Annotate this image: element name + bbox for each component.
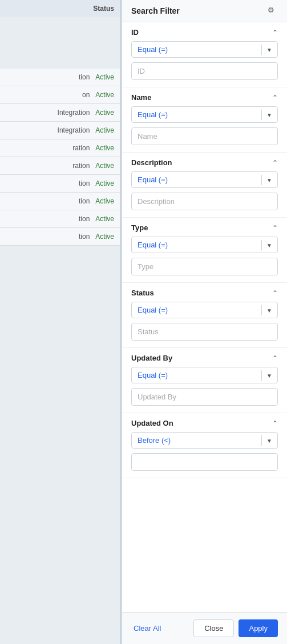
operator-select-id[interactable]: Equal (=) [131, 41, 278, 58]
row-name: tion [79, 215, 90, 223]
table-header-row: Status [0, 0, 120, 17]
row-status: Active [95, 109, 114, 117]
row-status: Active [95, 73, 114, 81]
row-name: tion [79, 179, 90, 187]
table-row: tionActive [0, 210, 120, 228]
filter-section-type: Type ⌃ Equal (=) ▼ [122, 218, 287, 283]
gear-icon[interactable]: ⚙ [268, 6, 278, 16]
filter-title: Search Filter [131, 6, 180, 15]
section-label-updated_on: Updated On [131, 419, 173, 427]
filter-section-status: Status ⌃ Equal (=) ▼ [122, 283, 287, 348]
row-name: tion [79, 197, 90, 205]
filter-input-description[interactable] [131, 193, 278, 210]
table-row: tionActive [0, 228, 120, 246]
operator-wrapper-name: Equal (=) ▼ [131, 106, 278, 123]
section-header-name: Name ⌃ [131, 93, 278, 102]
filter-input-type[interactable] [131, 258, 278, 275]
table-row: rationActive [0, 139, 120, 157]
chevron-up-icon-type[interactable]: ⌃ [272, 224, 278, 232]
filter-panel: Search Filter ⚙ ID ⌃ Equal (=) ▼ Name ⌃ [122, 0, 287, 644]
row-status: Active [95, 162, 114, 170]
filter-section-name: Name ⌃ Equal (=) ▼ [122, 87, 287, 153]
section-header-type: Type ⌃ [131, 223, 278, 232]
select-divider-id [261, 45, 262, 55]
chevron-up-icon-name[interactable]: ⌃ [272, 94, 278, 102]
operator-wrapper-type: Equal (=) ▼ [131, 237, 278, 253]
filter-input-id[interactable] [131, 62, 278, 80]
operator-select-updated_on[interactable]: Before (<) [131, 432, 278, 449]
filter-input-updated_on[interactable] [131, 453, 278, 471]
section-label-description: Description [131, 158, 172, 167]
close-button[interactable]: Close [193, 619, 234, 637]
section-label-updated_by: Updated By [131, 354, 172, 362]
background-table: Status tionActiveonActiveIntegrationActi… [0, 0, 120, 644]
table-row: tionActive [0, 69, 120, 86]
select-divider-updated_on [261, 435, 262, 446]
section-label-type: Type [131, 223, 148, 232]
operator-select-name[interactable]: Equal (=) [131, 106, 278, 123]
row-status: Active [95, 126, 114, 134]
section-label-status: Status [131, 289, 154, 297]
filter-input-name[interactable] [131, 127, 278, 145]
filter-section-id: ID ⌃ Equal (=) ▼ [122, 22, 287, 87]
clear-all-button[interactable]: Clear All [131, 621, 163, 636]
chevron-up-icon-updated_on[interactable]: ⌃ [272, 419, 278, 427]
filter-section-description: Description ⌃ Equal (=) ▼ [122, 153, 287, 218]
row-status: Active [95, 215, 114, 223]
operator-wrapper-description: Equal (=) ▼ [131, 171, 278, 188]
operator-wrapper-updated_by: Equal (=) ▼ [131, 367, 278, 383]
section-header-id: ID ⌃ [131, 28, 278, 37]
row-name: ration [72, 144, 90, 152]
row-status: Active [95, 144, 114, 152]
select-divider-type [261, 240, 262, 250]
operator-select-type[interactable]: Equal (=) [131, 237, 278, 253]
row-status: Active [95, 197, 114, 205]
chevron-up-icon-id[interactable]: ⌃ [272, 29, 278, 37]
filter-header: Search Filter ⚙ [122, 0, 287, 22]
row-status: Active [95, 179, 114, 187]
section-header-status: Status ⌃ [131, 289, 278, 297]
status-col-header: Status [93, 5, 114, 13]
table-rows: tionActiveonActiveIntegrationActiveInteg… [0, 69, 120, 246]
section-header-updated_on: Updated On ⌃ [131, 419, 278, 427]
operator-select-status[interactable]: Equal (=) [131, 302, 278, 318]
chevron-up-icon-updated_by[interactable]: ⌃ [272, 354, 278, 362]
table-row: rationActive [0, 157, 120, 175]
filter-section-updated_on: Updated On ⌃ Before (<) ▼ [122, 413, 287, 478]
row-name: tion [79, 233, 90, 241]
apply-button[interactable]: Apply [239, 619, 278, 637]
table-row: tionActive [0, 193, 120, 210]
operator-wrapper-id: Equal (=) ▼ [131, 41, 278, 58]
select-divider-updated_by [261, 370, 262, 381]
chevron-up-icon-status[interactable]: ⌃ [272, 289, 278, 297]
table-row: onActive [0, 86, 120, 104]
filter-input-status[interactable] [131, 323, 278, 341]
table-row: tionActive [0, 175, 120, 193]
chevron-up-icon-description[interactable]: ⌃ [272, 159, 278, 167]
filter-input-updated_by[interactable] [131, 388, 278, 406]
row-name: Integration [58, 109, 90, 117]
row-status: Active [95, 91, 114, 99]
filter-section-updated_by: Updated By ⌃ Equal (=) ▼ [122, 348, 287, 413]
row-name: on [82, 91, 90, 99]
operator-select-updated_by[interactable]: Equal (=) [131, 367, 278, 383]
select-divider-status [261, 305, 262, 315]
section-header-description: Description ⌃ [131, 158, 278, 167]
select-divider-name [261, 110, 262, 120]
table-row: IntegrationActive [0, 104, 120, 122]
section-label-name: Name [131, 93, 151, 102]
select-divider-description [261, 175, 262, 185]
row-status: Active [95, 233, 114, 241]
section-header-updated_by: Updated By ⌃ [131, 354, 278, 362]
operator-wrapper-updated_on: Before (<) ▼ [131, 432, 278, 449]
filter-body: ID ⌃ Equal (=) ▼ Name ⌃ Equal (=) [122, 22, 287, 612]
operator-wrapper-status: Equal (=) ▼ [131, 302, 278, 318]
table-row: IntegrationActive [0, 122, 120, 139]
row-name: tion [79, 73, 90, 81]
section-label-id: ID [131, 28, 139, 37]
row-name: ration [72, 162, 90, 170]
operator-select-description[interactable]: Equal (=) [131, 171, 278, 188]
filter-footer: Clear All Close Apply [122, 612, 287, 644]
row-name: Integration [58, 126, 90, 134]
footer-actions: Close Apply [193, 619, 278, 637]
